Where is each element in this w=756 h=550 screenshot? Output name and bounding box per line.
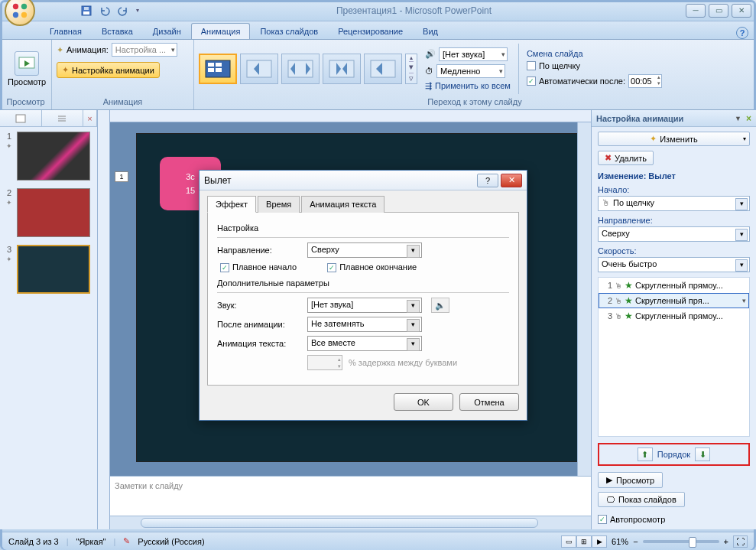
animation-combo[interactable]: Настройка ... [112,43,177,57]
transition-none[interactable] [199,54,237,84]
change-effect-button[interactable]: ✦Изменить▾ [598,132,750,146]
move-down-button[interactable]: ⬇ [695,447,710,461]
delete-effect-button[interactable]: ✖Удалить [598,151,654,165]
tab-review[interactable]: Рецензирование [328,23,413,39]
status-language[interactable]: Русский (Россия) [138,537,204,546]
notes-pane[interactable]: Заметки к слайду [110,476,591,516]
star-icon: ✦ [62,65,69,75]
preview-button[interactable]: Просмотр [5,50,49,88]
dialog-tab-textanim[interactable]: Анимация текста [301,196,384,213]
zoom-in-button[interactable]: + [724,537,728,546]
slide-thumb-2[interactable]: 2✦ [5,188,92,237]
horizontal-scrollbar[interactable] [110,516,591,529]
status-bar: Слайд 3 из 3 | "Яркая" | ✎ Русский (Росс… [2,532,754,550]
direction-field-label: Направление: [217,246,301,255]
redo-icon[interactable] [115,2,131,19]
transition-3[interactable] [323,54,361,84]
transition-sound-combo[interactable]: [Нет звука] [439,47,508,61]
slideshow-button[interactable]: 🖵Показ слайдов [598,492,685,507]
start-combo[interactable]: 🖱По щелчку [598,196,750,211]
svg-rect-6 [84,7,89,10]
status-slide: Слайд 3 из 3 [8,537,59,546]
gallery-more[interactable]: ▴▾▿ [405,54,417,84]
transition-speed-combo[interactable]: Медленно [436,64,505,78]
thumbnails-tab-slides[interactable] [0,110,42,126]
settings-section-label: Настройка [217,223,509,233]
ruler-vertical [98,110,110,529]
speed-combo[interactable]: Очень быстро [598,257,750,272]
direction-label: Направление: [598,216,750,225]
help-icon[interactable]: ? [736,27,748,39]
direction-combo[interactable]: Сверху [598,226,750,242]
play-button[interactable]: ▶Просмотр [598,472,663,488]
zoom-slider[interactable] [643,540,719,543]
sorter-view-button[interactable]: ⊞ [576,535,592,548]
autopreview-checkbox[interactable]: ✓ [598,515,607,524]
maximize-button[interactable]: ▭ [709,4,728,18]
qat-dropdown-icon[interactable]: ▾ [133,2,142,19]
auto-after-spinner[interactable]: 00:05 [628,74,662,88]
fit-window-button[interactable]: ⛶ [733,535,748,548]
slideshow-view-button[interactable]: ▶ [592,535,607,548]
animation-order-tag[interactable]: 1 [115,171,128,182]
tab-animations[interactable]: Анимация [191,23,251,39]
thumbnails-tab-outline[interactable] [42,110,84,126]
group-label-preview: Просмотр [5,96,47,108]
smooth-end-checkbox[interactable]: ✓Плавное окончание [327,262,417,272]
dialog-tab-timing[interactable]: Время [258,196,300,213]
animation-item-3[interactable]: 3🖱★Скругленный прямоу... [599,308,749,324]
tab-design[interactable]: Дизайн [143,23,191,39]
apply-all-button[interactable]: ⇶Применить ко всем [425,81,511,91]
zoom-out-button[interactable]: − [633,537,638,546]
dialog-help-button[interactable]: ? [477,174,498,187]
move-up-button[interactable]: ⬆ [638,447,653,461]
tab-insert[interactable]: Вставка [92,23,143,39]
transition-2[interactable] [281,54,320,84]
after-field-combo[interactable]: Не затемнять [307,317,422,332]
auto-after-checkbox[interactable]: ✓ [527,76,536,86]
thumbnails-close[interactable]: × [83,110,97,126]
tab-home[interactable]: Главная [40,23,92,39]
tab-slideshow[interactable]: Показ слайдов [250,23,328,39]
sound-field-combo[interactable]: [Нет звука] [307,298,422,313]
advance-slide-header: Смена слайда [527,49,662,58]
direction-field-combo[interactable]: Сверху [307,242,422,258]
dialog-tab-effect[interactable]: Эффект [207,196,256,213]
speed-icon: ⏱ [425,67,433,76]
sound-volume-button[interactable]: 🔈 [431,298,449,313]
scroll-thumb[interactable] [141,518,538,528]
custom-animation-button[interactable]: ✦Настройка анимации [57,62,160,78]
spellcheck-icon[interactable]: ✎ [123,536,130,546]
transition-4[interactable] [364,54,402,84]
animation-item-1[interactable]: 1🖱★Скругленный прямоу... [599,278,749,293]
undo-icon[interactable] [96,2,113,19]
transition-gallery[interactable] [199,54,402,84]
on-click-label: По щелчку [539,61,580,70]
slide-thumb-1[interactable]: 1✦ [5,132,92,181]
textanim-field-combo[interactable]: Все вместе [307,336,422,351]
anim-indicator-icon: ✦ [6,142,12,150]
ok-button[interactable]: OK [394,393,453,411]
dialog-titlebar[interactable]: Вылет ? ✕ [200,171,527,190]
svg-point-2 [13,11,18,17]
vertical-scrollbar[interactable] [577,122,591,476]
smooth-start-checkbox[interactable]: ✓Плавное начало [220,262,297,272]
cancel-button[interactable]: Отмена [459,393,519,411]
on-click-checkbox[interactable] [527,61,536,70]
slide-thumb-3[interactable]: 3✦ [5,245,92,294]
zoom-percent[interactable]: 61% [612,537,628,546]
animation-item-2[interactable]: 2🖱★Скругленный пря... [599,293,749,308]
sound-field-label: Звук: [217,301,301,310]
taskpane-menu-icon[interactable]: ▼ [735,115,741,122]
tab-view[interactable]: Вид [413,23,448,39]
mouse-icon: 🖱 [615,312,622,321]
transition-1[interactable] [240,54,278,84]
close-button[interactable]: ✕ [732,4,751,18]
save-icon[interactable] [78,2,95,19]
delete-icon: ✖ [605,153,612,163]
dialog-close-button[interactable]: ✕ [501,174,522,187]
taskpane-close[interactable]: × [746,113,751,124]
minimize-button[interactable]: ─ [686,4,706,18]
normal-view-button[interactable]: ▭ [561,535,576,548]
effect-icon: ★ [625,280,633,291]
